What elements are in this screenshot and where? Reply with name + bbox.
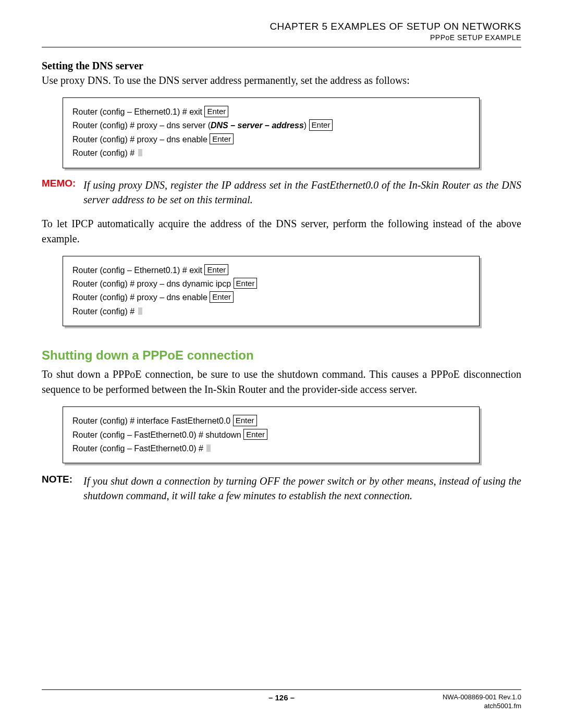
code-text: Router (config – Ethernet0.1) # exit [72,266,204,275]
note-text: If you shut down a connection by turning… [83,474,521,503]
enter-key: Enter [233,415,257,426]
code-line: Router (config) # [72,305,470,318]
enter-key: Enter [210,133,234,145]
page-header: CHAPTER 5 EXAMPLES OF SETUP ON NETWORKS … [42,21,521,47]
code-text: Router (config) # [72,307,137,316]
code-line: Router (config) # proxy – dns enable Ent… [72,133,470,146]
code-text: Router (config) # proxy – dns enable [72,135,210,144]
memo-block: MEMO: If using proxy DNS, register the I… [42,178,521,207]
code-text: Router (config) # proxy – dns server ( [72,121,211,130]
enter-key: Enter [234,278,258,289]
code-content: Router (config) # interface FastEthernet… [63,406,480,463]
section-intro-dns: Use proxy DNS. To use the DNS server add… [42,73,521,88]
code-line: Router (config – FastEthernet0.0) # shut… [72,428,470,442]
code-text: Router (config) # proxy – dns dynamic ip… [72,279,234,288]
cursor-icon [138,149,142,156]
paragraph-ipcp: To let IPCP automatically acquire the ad… [42,216,521,246]
code-block-2: Router (config – Ethernet0.1) # exit Ent… [63,256,480,327]
doc-id: NWA-008869-001 Rev.1.0 [443,693,521,702]
code-line: Router (config) # interface FastEthernet… [72,414,470,428]
code-content: Router (config – Ethernet0.1) # exit Ent… [63,97,480,168]
code-line: Router (config) # proxy – dns dynamic ip… [72,277,470,291]
doc-file: atch5001.fm [443,702,521,711]
memo-label: MEMO: [42,178,83,207]
chapter-subtitle: PPPoE SETUP EXAMPLE [42,33,521,42]
page-number: – 126 – [268,693,295,702]
code-line: Router (config – Ethernet0.1) # exit Ent… [72,264,470,277]
note-block: NOTE: If you shut down a connection by t… [42,474,521,503]
code-line: Router (config) # proxy – dns enable Ent… [72,291,470,304]
document-page: CHAPTER 5 EXAMPLES OF SETUP ON NETWORKS … [0,0,563,728]
chapter-title: CHAPTER 5 EXAMPLES OF SETUP ON NETWORKS [42,21,521,32]
code-line: Router (config – Ethernet0.1) # exit Ent… [72,105,470,119]
cursor-icon [206,445,211,452]
enter-key: Enter [243,429,267,440]
code-text: Router (config) # [72,149,137,157]
section-heading-shutdown: Shutting down a PPPoE connection [42,348,521,363]
code-block-3: Router (config) # interface FastEthernet… [63,406,480,463]
code-param: DNS – server – address [211,121,304,130]
enter-key: Enter [204,106,228,117]
enter-key: Enter [309,119,333,131]
code-text: Router (config – FastEthernet0.0) # [72,444,205,453]
code-line: Router (config) # [72,146,470,160]
code-text: Router (config) # proxy – dns enable [72,293,210,302]
code-block-1: Router (config – Ethernet0.1) # exit Ent… [63,97,480,168]
code-text: Router (config) # interface FastEthernet… [72,416,233,425]
cursor-icon [138,307,142,315]
footer-doc-info: NWA-008869-001 Rev.1.0 atch5001.fm [443,693,521,711]
note-label: NOTE: [42,474,83,503]
code-line: Router (config) # proxy – dns server (DN… [72,119,470,132]
code-text: ) [304,121,309,130]
page-footer: – 126 – NWA-008869-001 Rev.1.0 atch5001.… [42,689,521,702]
enter-key: Enter [204,264,228,276]
paragraph-shutdown: To shut down a PPPoE connection, be sure… [42,367,521,397]
code-line: Router (config – FastEthernet0.0) # [72,442,470,455]
code-content: Router (config – Ethernet0.1) # exit Ent… [63,256,480,327]
code-text: Router (config – Ethernet0.1) # exit [72,107,204,116]
memo-text: If using proxy DNS, register the IP addr… [83,178,521,207]
section-heading-dns: Setting the DNS server [42,60,521,72]
enter-key: Enter [210,291,234,303]
code-text: Router (config – FastEthernet0.0) # shut… [72,430,243,439]
